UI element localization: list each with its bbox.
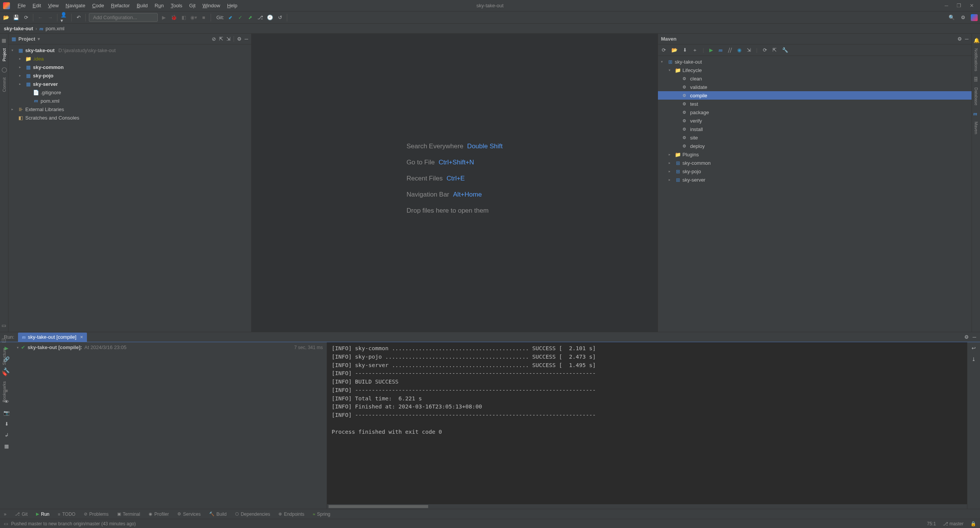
git-history-icon[interactable]: 🕘 [266, 14, 274, 21]
open-icon[interactable]: 📂 [2, 14, 10, 21]
sync-icon[interactable]: ⟳ [22, 14, 30, 21]
git-push-icon[interactable]: ⬈ [246, 14, 254, 21]
bookmarks-stripe-icon[interactable]: ▭ [2, 323, 7, 328]
bottom-tab-dependencies[interactable]: ⬡Dependencies [235, 512, 270, 517]
toggle-offline-icon[interactable]: ◉ [737, 47, 741, 53]
structure-stripe-icon[interactable]: ◫ [2, 337, 7, 343]
project-stripe-icon[interactable]: ▦ [2, 38, 7, 43]
maven-site[interactable]: ⚙site [658, 133, 972, 142]
menu-help[interactable]: Help [224, 1, 241, 10]
bottom-tab-terminal[interactable]: ▣Terminal [117, 512, 140, 517]
collapse-icon[interactable]: ⇲ [747, 47, 751, 53]
chevron-down-icon[interactable]: ▾ [669, 68, 673, 72]
commit-stripe-icon[interactable]: ◯ [2, 67, 7, 72]
git-new-branch-icon[interactable]: ⎇ [256, 14, 264, 21]
stripe-maven[interactable]: Maven [974, 121, 978, 134]
maximize-icon[interactable]: ❐ [957, 3, 961, 8]
add-project-icon[interactable]: ＋ [692, 47, 697, 54]
console-scrollbar[interactable] [327, 504, 967, 509]
maven-stripe-icon[interactable]: m [973, 111, 979, 116]
download-sources-icon[interactable]: ⬇ [683, 47, 687, 53]
undo-build-icon[interactable]: ↶ [75, 14, 82, 21]
save-icon[interactable]: 💾 [12, 14, 20, 21]
profile-icon[interactable]: ◉▾ [190, 14, 198, 21]
expand-icon[interactable]: ⇱ [772, 47, 777, 53]
tree-node-sky-server[interactable]: ▸ ▦ sky-server [8, 80, 251, 88]
expand-bottom-icon[interactable]: » [4, 512, 7, 517]
exit-icon[interactable]: ↲ [5, 432, 9, 438]
bottom-tab-git[interactable]: ⎇Git [15, 512, 28, 517]
layout-icon[interactable]: ▦ [4, 443, 9, 449]
stripe-bookmarks[interactable]: Bookmarks [2, 381, 7, 402]
scroll-to-end-icon[interactable]: ⤓ [972, 356, 976, 362]
collapse-all-icon[interactable]: ⇲ [226, 36, 231, 42]
menu-file[interactable]: File [15, 1, 29, 10]
project-tree[interactable]: ▾ ▦ sky-take-out D:\java\study\sky-take-… [8, 44, 251, 332]
bottom-tab-spring[interactable]: ≈Spring [313, 512, 330, 517]
tree-node-idea[interactable]: ▸ 📁 .idea [8, 54, 251, 63]
menu-refactor[interactable]: Refactor [108, 1, 133, 10]
menu-view[interactable]: View [45, 1, 62, 10]
target-icon[interactable]: ⊘ [212, 36, 216, 42]
project-root-node[interactable]: ▾ ▦ sky-take-out D:\java\study\sky-take-… [8, 46, 251, 54]
scrollbar-thumb[interactable] [329, 505, 428, 508]
stripe-project[interactable]: Project [2, 48, 7, 61]
coverage-icon[interactable]: ◧ [180, 14, 188, 21]
git-branch-indicator[interactable]: ⎇ master [943, 521, 964, 526]
run-config-selector[interactable]: Add Configuration... [89, 13, 158, 22]
expand-all-icon[interactable]: ⇱ [219, 36, 223, 42]
maven-validate[interactable]: ⚙validate [658, 83, 972, 91]
tree-node-gitignore[interactable]: 📄 .gitignore [8, 88, 251, 97]
m-icon[interactable]: m [718, 47, 722, 53]
hide-icon[interactable]: ─ [973, 334, 976, 340]
maven-verify[interactable]: ⚙verify [658, 116, 972, 125]
bottom-tab-profiler[interactable]: ◉Profiler [149, 512, 169, 517]
hide-icon[interactable]: ─ [245, 36, 248, 42]
git-commit-icon[interactable]: ✓ [236, 14, 244, 21]
console-output[interactable]: [INFO] sky-common ......................… [327, 342, 967, 504]
gear-icon[interactable]: ⚙ [957, 36, 962, 42]
stripe-database[interactable]: Database [974, 87, 978, 105]
project-tool-title[interactable]: Project [18, 36, 35, 42]
search-icon[interactable]: 🔍 [948, 14, 955, 21]
maven-module-sky-server[interactable]: ▸⊞sky-server [658, 175, 972, 184]
breadcrumb-file[interactable]: pom.xml [46, 26, 64, 31]
maven-lifecycle-folder[interactable]: ▾ 📁 Lifecycle [658, 66, 972, 74]
export-icon[interactable]: ⬇ [5, 421, 9, 427]
maven-test[interactable]: ⚙test [658, 100, 972, 108]
chevron-right-icon[interactable]: ▸ [669, 152, 673, 156]
bottom-tab-run[interactable]: ▶Run [36, 512, 49, 517]
caret-position[interactable]: 75:1 [927, 521, 936, 526]
ide-icon[interactable] [971, 14, 978, 21]
user-icon[interactable]: 👤▾ [61, 14, 68, 21]
reimport-icon[interactable]: ⟳ [662, 47, 666, 53]
menu-run[interactable]: Run [152, 1, 167, 10]
tree-node-sky-pojo[interactable]: ▸ ▦ sky-pojo [8, 71, 251, 80]
back-icon[interactable]: ← [36, 14, 44, 21]
settings-icon[interactable]: ⚙ [959, 14, 967, 21]
menu-build[interactable]: Build [134, 1, 151, 10]
notifications-stripe-icon[interactable]: 🔔 [973, 38, 979, 43]
menu-code[interactable]: Code [89, 1, 107, 10]
menu-git[interactable]: Git [186, 1, 199, 10]
maven-module-sky-common[interactable]: ▸⊞sky-common [658, 159, 972, 167]
lock-icon[interactable]: 🔒 [970, 521, 976, 526]
camera-icon[interactable]: 📷 [3, 410, 10, 416]
chevron-right-icon[interactable]: ▸ [19, 82, 24, 86]
gear-icon[interactable]: ⚙ [237, 36, 242, 42]
settings-icon[interactable]: 🔧 [782, 47, 788, 53]
chevron-down-icon[interactable]: ▾ [11, 48, 16, 52]
stripe-commit[interactable]: Commit [2, 77, 7, 92]
chevron-right-icon[interactable]: ▸ [669, 169, 673, 173]
forward-icon[interactable]: → [46, 14, 54, 21]
close-icon[interactable]: ✕ [970, 3, 974, 8]
chevron-right-icon[interactable]: ▸ [669, 178, 673, 182]
close-tab-icon[interactable]: × [80, 334, 83, 340]
git-update-icon[interactable]: ⬋ [226, 14, 234, 21]
toggle-skip-tests-icon[interactable]: ⧸⧸ [728, 47, 732, 53]
bottom-tab-build[interactable]: 🔨Build [209, 512, 227, 517]
maven-compile[interactable]: ⚙compile [658, 91, 972, 100]
run-icon[interactable]: ▶ [160, 14, 168, 21]
maven-install[interactable]: ⚙install [658, 125, 972, 133]
status-window-icon[interactable]: ▭ [4, 521, 8, 526]
